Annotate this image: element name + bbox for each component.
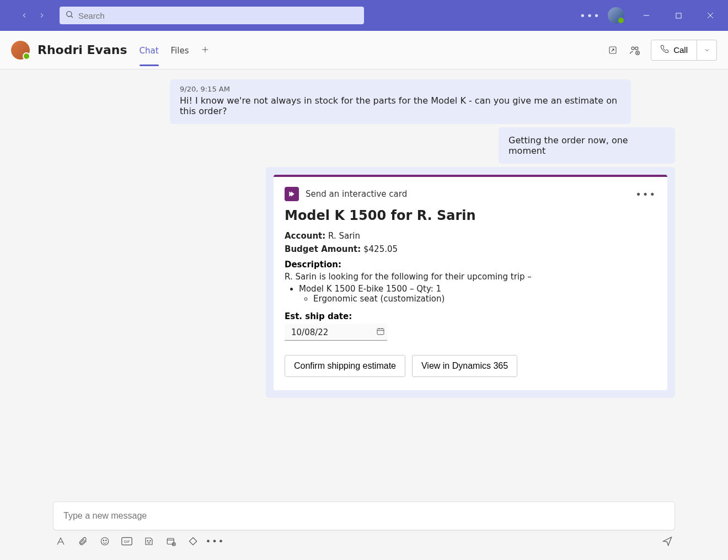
svg-rect-3	[676, 13, 681, 18]
popout-icon[interactable]	[607, 44, 619, 56]
ship-date-value: 10/08/22	[291, 327, 328, 337]
add-people-icon[interactable]	[629, 44, 641, 56]
search-box[interactable]	[60, 7, 364, 24]
svg-point-23	[147, 541, 148, 542]
send-button[interactable]	[662, 536, 673, 547]
search-input[interactable]	[78, 11, 358, 20]
account-label: Account:	[285, 231, 325, 241]
call-label: Call	[673, 45, 688, 55]
contact-name: Rhodri Evans	[38, 43, 127, 57]
phone-icon	[660, 45, 669, 55]
description-label: Description:	[285, 260, 656, 270]
svg-rect-14	[377, 329, 384, 335]
close-button[interactable]	[700, 8, 720, 23]
description-text: R. Sarin is looking for the following fo…	[285, 272, 656, 282]
adaptive-card: Send an interactive card ••• Model K 150…	[274, 175, 667, 390]
list-item: Ergonomic seat (customization)	[313, 294, 656, 304]
budget-label: Budget Amount:	[285, 244, 361, 254]
tab-files[interactable]: Files	[171, 34, 189, 66]
chat-body: 9/20, 9:15 AM Hi! I know we're not alway…	[0, 69, 728, 499]
svg-point-18	[101, 537, 109, 545]
contact-avatar[interactable]	[11, 41, 30, 60]
account-value: R. Sarin	[328, 231, 360, 241]
emoji-icon[interactable]	[99, 536, 110, 547]
message-body: Getting the order now, one moment	[508, 135, 628, 156]
budget-value: $425.05	[363, 244, 398, 254]
incoming-message: 9/20, 9:15 AM Hi! I know we're not alway…	[170, 79, 631, 124]
outgoing-message: Getting the order now, one moment	[499, 127, 675, 164]
svg-point-10	[635, 47, 638, 50]
schedule-meeting-icon[interactable]	[165, 536, 176, 547]
svg-point-0	[67, 12, 72, 17]
ship-date-input[interactable]: 10/08/22	[285, 324, 387, 341]
svg-point-24	[150, 541, 151, 542]
chat-header: Rhodri Evans Chat Files Call	[0, 31, 728, 69]
svg-point-19	[103, 540, 104, 541]
nav-forward-button[interactable]	[34, 8, 50, 23]
svg-rect-25	[167, 539, 174, 545]
maximize-button[interactable]	[668, 8, 688, 23]
sticker-icon[interactable]	[143, 536, 154, 547]
titlebar: •••	[0, 0, 728, 31]
ship-date-label: Est. ship date:	[285, 311, 656, 321]
svg-point-9	[631, 47, 634, 50]
power-automate-icon	[285, 187, 299, 201]
message-timestamp: 9/20, 9:15 AM	[180, 85, 621, 93]
svg-line-1	[71, 16, 73, 18]
calendar-icon	[376, 327, 385, 338]
format-icon[interactable]	[55, 536, 66, 547]
attach-icon[interactable]	[77, 536, 88, 547]
svg-text:GIF: GIF	[124, 540, 130, 544]
compose-box[interactable]	[53, 502, 675, 530]
call-options-button[interactable]	[697, 40, 717, 61]
user-avatar[interactable]	[608, 7, 624, 24]
minimize-button[interactable]	[636, 8, 656, 23]
nav-back-button[interactable]	[17, 8, 32, 23]
confirm-shipping-button[interactable]: Confirm shipping estimate	[285, 355, 405, 377]
tab-chat[interactable]: Chat	[140, 34, 159, 66]
card-title: Model K 1500 for R. Sarin	[285, 208, 656, 223]
more-compose-icon[interactable]: •••	[210, 536, 221, 547]
compose-area: GIF •••	[0, 499, 728, 560]
card-app-label: Send an interactive card	[306, 189, 407, 199]
list-item: Model K 1500 E-bike 1500 – Qty: 1 Ergono…	[299, 284, 656, 304]
card-more-button[interactable]: •••	[635, 189, 656, 200]
compose-input[interactable]	[63, 511, 665, 521]
more-icon[interactable]: •••	[585, 10, 596, 21]
adaptive-card-container: Send an interactive card ••• Model K 150…	[266, 167, 675, 398]
gif-icon[interactable]: GIF	[121, 536, 132, 547]
stream-icon[interactable]	[188, 536, 199, 547]
call-button[interactable]: Call	[651, 40, 697, 61]
add-tab-button[interactable]	[201, 44, 210, 57]
message-body: Hi! I know we're not always in stock for…	[180, 95, 621, 116]
view-dynamics-button[interactable]: View in Dynamics 365	[412, 355, 517, 377]
svg-point-20	[106, 540, 107, 541]
search-icon	[65, 10, 74, 21]
